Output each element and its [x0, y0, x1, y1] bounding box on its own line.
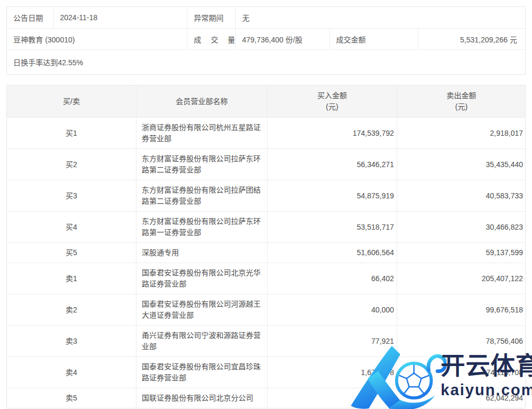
row-branch-name: 国联证券股份有限公司北京分公司	[136, 388, 268, 408]
row-sell-amount: 35,435,440	[397, 149, 526, 180]
abnormal-period-value: 无	[236, 7, 526, 29]
volume-value: 479,736,400 份/股	[236, 29, 330, 50]
row-buy-amount: 66,402	[268, 263, 397, 294]
header-buy-amount: 买入金额 (元)	[268, 85, 397, 117]
header-side: 买/卖	[7, 85, 136, 117]
row-side-label: 买4	[7, 212, 136, 242]
header-sell-amount: 卖出金额 (元)	[397, 85, 526, 117]
row-sell-amount: 74,110,708	[397, 357, 526, 388]
stock-name: 豆神教育 (300010)	[7, 29, 187, 50]
row-side-label: 卖2	[7, 294, 136, 325]
row-buy-amount: 1,671,078	[268, 357, 397, 388]
table-row: 卖3 甬兴证券有限公司宁波和源路证券营业部 77,921 78,756,406	[7, 326, 525, 357]
announce-date-value: 2024-11-18	[54, 7, 187, 29]
row-buy-amount: 174,539,792	[268, 118, 397, 149]
row-side-label: 买1	[7, 118, 136, 149]
announce-date-label: 公告日期	[7, 7, 54, 29]
row-buy-amount: 56,346,271	[268, 149, 397, 180]
header-branch: 会员营业部名称	[136, 85, 268, 117]
table-row: 卖4 国泰君安证券股份有限公司宜昌珍珠路证券营业部 1,671,078 74,1…	[7, 357, 525, 388]
broker-rank-table: 买/卖 会员营业部名称 买入金额 (元) 卖出金额 (元) 买1 浙商证券股份有…	[6, 85, 526, 408]
table-row: 买1 浙商证券股份有限公司杭州五星路证券营业部 174,539,792 2,91…	[7, 118, 525, 149]
row-branch-name: 甬兴证券有限公司宁波和源路证券营业部	[136, 326, 268, 356]
abnormal-period-label: 异常期间	[187, 7, 236, 29]
table-row: 卖1 国泰君安证券股份有限公司北京光华路证券营业部 66,402 205,407…	[7, 263, 525, 294]
turnover-rate-note: 日换手率达到42.55%	[7, 50, 526, 74]
row-side-label: 卖5	[7, 388, 136, 408]
stock-info-table: 公告日期 2024-11-18 异常期间 无 豆神教育 (300010) 成 交…	[6, 6, 526, 75]
row-buy-amount: 51,606,564	[268, 243, 397, 263]
row-sell-amount: 205,407,122	[397, 263, 526, 294]
row-branch-name: 东方财富证券股份有限公司拉萨东环路第一证券营业部	[136, 212, 268, 242]
row-branch-name: 国泰君安证券股份有限公司河源越王大道证券营业部	[136, 294, 268, 325]
row-branch-name: 浙商证券股份有限公司杭州五星路证券营业部	[136, 118, 268, 149]
row-sell-amount: 59,137,599	[397, 243, 526, 263]
row-branch-name: 国泰君安证券股份有限公司北京光华路证券营业部	[136, 263, 268, 294]
row-branch-name: 东方财富证券股份有限公司拉萨团结路第二证券营业部	[136, 180, 268, 211]
row-branch-name: 深股通专用	[136, 243, 268, 263]
row-sell-amount: 30,466,823	[397, 212, 526, 242]
table-body: 买1 浙商证券股份有限公司杭州五星路证券营业部 174,539,792 2,91…	[7, 118, 525, 408]
volume-label: 成 交 量	[187, 29, 236, 50]
row-sell-amount: 62,042,294	[397, 388, 526, 408]
header-buy-amount-unit: (元)	[326, 101, 338, 112]
row-buy-amount: 40,000	[268, 294, 397, 325]
row-buy-amount: 77,921	[268, 326, 397, 356]
row-branch-name: 国泰君安证券股份有限公司宜昌珍珠路证券营业部	[136, 357, 268, 388]
row-sell-amount: 78,756,406	[397, 326, 526, 356]
row-side-label: 卖1	[7, 263, 136, 294]
header-buy-amount-title: 买入金额	[318, 90, 347, 101]
table-row: 买3 东方财富证券股份有限公司拉萨团结路第二证券营业部 54,875,919 4…	[7, 180, 525, 212]
header-sell-amount-unit: (元)	[455, 101, 467, 112]
turnover-label: 成交金额	[330, 29, 418, 50]
row-buy-amount: 53,518,717	[268, 212, 397, 242]
row-sell-amount: 40,583,733	[397, 180, 526, 211]
table-row: 卖2 国泰君安证券股份有限公司河源越王大道证券营业部 40,000 99,676…	[7, 294, 525, 326]
table-header-row: 买/卖 会员营业部名称 买入金额 (元) 卖出金额 (元)	[7, 85, 525, 118]
header-sell-amount-title: 卖出金额	[447, 90, 476, 101]
row-side-label: 买3	[7, 180, 136, 211]
table-row: 买2 东方财富证券股份有限公司拉萨东环路第二证券营业部 56,346,271 3…	[7, 149, 525, 180]
row-side-label: 买2	[7, 149, 136, 180]
turnover-value: 5,531,209,266 元	[418, 29, 526, 50]
row-side-label: 买5	[7, 243, 136, 263]
table-row: 卖5 国联证券股份有限公司北京分公司 0 62,042,294	[7, 388, 525, 408]
table-row: 买5 深股通专用 51,606,564 59,137,599	[7, 243, 525, 263]
lhb-disclosure-page: { "info": { "announce_date_label": "公告日期…	[0, 0, 532, 409]
row-sell-amount: 2,918,017	[397, 118, 526, 149]
row-side-label: 卖3	[7, 326, 136, 356]
row-branch-name: 东方财富证券股份有限公司拉萨东环路第二证券营业部	[136, 149, 268, 180]
row-buy-amount: 0	[268, 388, 397, 408]
row-sell-amount: 99,676,518	[397, 294, 526, 325]
row-side-label: 卖4	[7, 357, 136, 388]
row-buy-amount: 54,875,919	[268, 180, 397, 211]
table-row: 买4 东方财富证券股份有限公司拉萨东环路第一证券营业部 53,518,717 3…	[7, 212, 525, 243]
